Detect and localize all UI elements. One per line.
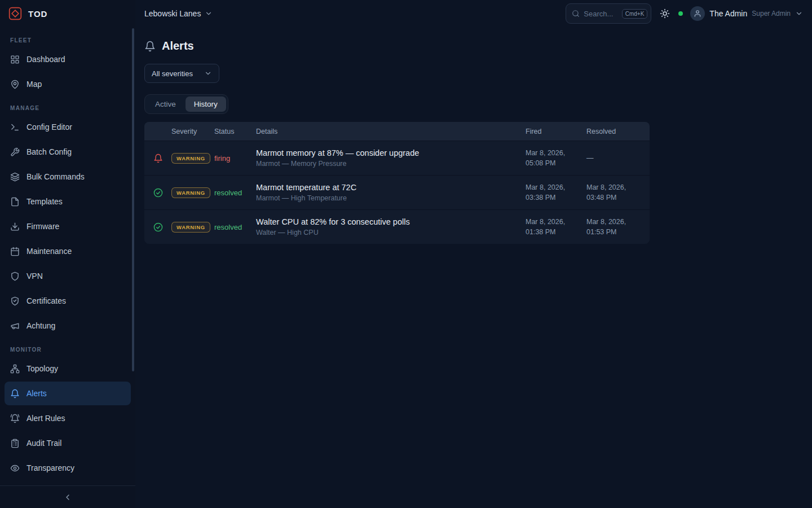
chevron-down-icon [205, 10, 213, 17]
brand: TOD [0, 0, 135, 27]
sidebar-item-bulk-commands[interactable]: Bulk Commands [5, 165, 131, 189]
sidebar-item-label: Alerts [27, 389, 47, 398]
sidebar-item-topology[interactable]: Topology [5, 357, 131, 380]
sidebar-item-audit-trail[interactable]: Audit Trail [5, 431, 131, 455]
shield-check-icon [10, 296, 20, 306]
user-icon [694, 10, 701, 17]
sidebar-item-label: Transparency [27, 463, 74, 472]
topbar-right: Cmd+K The Admin Super Admin [566, 3, 803, 24]
sidebar: TOD FLEET Dashboard Map MANAGE [0, 0, 135, 508]
map-pin-icon [10, 80, 20, 89]
network-icon [10, 364, 20, 374]
org-selector[interactable]: Lebowski Lanes [144, 9, 213, 18]
alert-subtitle: Marmot — High Temperature [256, 194, 526, 202]
clipboard-icon [10, 439, 20, 448]
sidebar-item-batch-config[interactable]: Batch Config [5, 140, 131, 164]
sidebar-item-label: Bulk Commands [27, 172, 85, 181]
brand-name: TOD [28, 9, 47, 19]
sidebar-item-label: Templates [27, 197, 63, 206]
severity-filter-value: All severities [152, 69, 193, 78]
megaphone-icon [10, 321, 20, 331]
sidebar-item-alert-rules[interactable]: Alert Rules [5, 406, 131, 430]
sidebar-item-label: Alert Rules [27, 414, 65, 423]
theme-toggle-button[interactable] [659, 7, 671, 20]
sidebar-scrollbar[interactable] [132, 28, 134, 371]
sidebar-item-config-editor[interactable]: Config Editor [5, 115, 131, 139]
file-icon [10, 197, 20, 207]
sidebar-item-label: VPN [27, 271, 43, 281]
sidebar-item-certificates[interactable]: Certificates [5, 289, 131, 313]
sidebar-item-achtung[interactable]: Achtung [5, 314, 131, 338]
table-header-resolved: Resolved [586, 128, 650, 135]
terminal-icon [10, 122, 20, 132]
chevron-down-icon [795, 10, 803, 17]
severity-badge: WARNING [171, 153, 210, 164]
sidebar-item-label: Dashboard [27, 55, 65, 64]
sidebar-item-vpn[interactable]: VPN [5, 264, 131, 288]
search-box[interactable]: Cmd+K [566, 3, 651, 24]
alert-firing-icon [153, 154, 163, 163]
eye-icon [10, 463, 20, 473]
sidebar-item-firmware[interactable]: Firmware [5, 214, 131, 238]
alert-row[interactable]: WARNING firing Marmot memory at 87% — co… [144, 141, 650, 175]
severity-filter[interactable]: All severities [144, 64, 219, 83]
search-input[interactable] [584, 10, 617, 18]
page-header: Alerts [144, 34, 803, 64]
status-text: resolved [214, 189, 256, 197]
wrench-icon [10, 147, 20, 157]
sidebar-item-label: Audit Trail [27, 439, 61, 448]
sidebar-collapse-button[interactable] [0, 485, 135, 508]
calendar-icon [10, 247, 20, 256]
resolved-time: — [586, 153, 650, 163]
table-header-row: Severity Status Details Fired Resolved [144, 122, 650, 141]
sidebar-item-transparency[interactable]: Transparency [5, 456, 131, 480]
online-status-dot [678, 11, 683, 16]
resolved-time: Mar 8, 2026, 01:53 PM [586, 217, 650, 237]
user-menu[interactable]: The Admin Super Admin [690, 6, 803, 21]
sidebar-item-dashboard[interactable]: Dashboard [5, 47, 131, 71]
shield-icon [10, 271, 20, 281]
table-header-status: Status [214, 128, 256, 135]
alert-row[interactable]: WARNING resolved Walter CPU at 82% for 3… [144, 209, 650, 244]
table-header-details: Details [256, 128, 526, 135]
search-icon [572, 10, 580, 17]
download-icon [10, 222, 20, 231]
alert-row[interactable]: WARNING resolved Marmot temperature at 7… [144, 175, 650, 209]
alert-title: Walter CPU at 82% for 3 consecutive poll… [256, 217, 526, 226]
fired-time: Mar 8, 2026, 03:38 PM [526, 182, 586, 203]
sun-icon [660, 8, 670, 19]
table-header-severity: Severity [171, 128, 214, 135]
sidebar-item-label: Batch Config [27, 147, 72, 156]
avatar [690, 6, 705, 21]
sidebar-item-alerts[interactable]: Alerts [5, 382, 131, 405]
fired-time: Mar 8, 2026, 05:08 PM [526, 148, 586, 168]
page-title: Alerts [162, 40, 194, 52]
alerts-tabs: Active History [144, 94, 228, 114]
resolved-time: Mar 8, 2026, 03:48 PM [586, 182, 650, 203]
table-header-fired: Fired [526, 128, 586, 135]
section-label-monitor: MONITOR [5, 339, 131, 357]
chevron-down-icon [204, 69, 212, 77]
alert-title: Marmot memory at 87% — consider upgrade [256, 148, 526, 157]
bell-icon [10, 389, 20, 398]
topbar: Lebowski Lanes Cmd+K [135, 0, 812, 27]
section-label-fleet: FLEET [5, 29, 131, 47]
user-role-badge: Super Admin [752, 10, 791, 17]
alert-resolved-icon [153, 188, 163, 198]
alert-resolved-icon [153, 222, 163, 232]
section-label-manage: MANAGE [5, 97, 131, 115]
tab-history[interactable]: History [186, 97, 226, 112]
sidebar-item-label: Map [27, 80, 42, 89]
severity-badge: WARNING [171, 222, 210, 233]
tod-logo-icon [8, 6, 23, 21]
tab-active[interactable]: Active [147, 97, 184, 112]
status-text: resolved [214, 223, 256, 231]
user-name: The Admin [709, 9, 747, 18]
sidebar-item-templates[interactable]: Templates [5, 190, 131, 213]
sidebar-item-label: Certificates [27, 296, 66, 305]
fired-time: Mar 8, 2026, 01:38 PM [526, 217, 586, 237]
sidebar-item-maintenance[interactable]: Maintenance [5, 239, 131, 263]
grid-icon [10, 55, 20, 64]
sidebar-nav: FLEET Dashboard Map MANAGE Config Editor [0, 27, 135, 485]
sidebar-item-map[interactable]: Map [5, 72, 131, 96]
